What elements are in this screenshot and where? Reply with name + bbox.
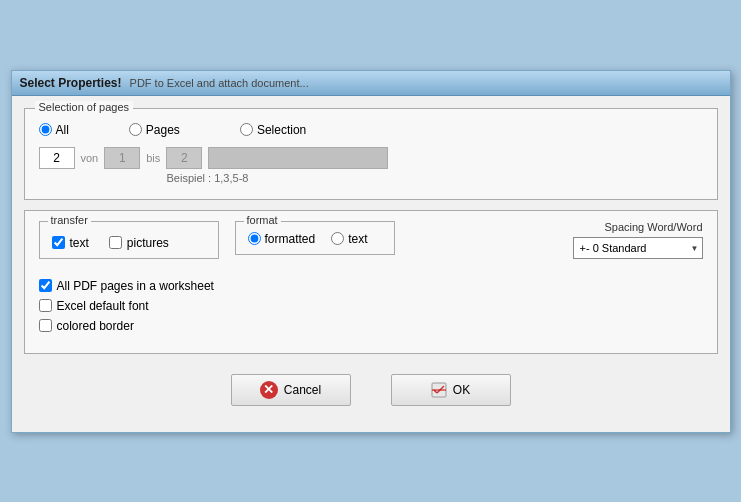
radio-pages[interactable]: Pages (129, 123, 180, 137)
format-formatted[interactable]: formatted (248, 232, 316, 246)
radio-pages-label: Pages (146, 123, 180, 137)
options-section: transfer text pictures format (24, 210, 718, 354)
radio-all-input[interactable] (39, 123, 52, 136)
transfer-pictures-item[interactable]: pictures (109, 236, 169, 250)
format-text-input[interactable] (331, 232, 344, 245)
transfer-pictures-checkbox[interactable] (109, 236, 122, 249)
format-formatted-input[interactable] (248, 232, 261, 245)
controls-left: 2 von 1 bis 2 (39, 147, 389, 169)
cancel-button[interactable]: ✕ Cancel (231, 374, 351, 406)
cancel-icon: ✕ (260, 381, 278, 399)
colored-border-checkbox[interactable] (39, 319, 52, 332)
excel-font-row: Excel default font (39, 299, 703, 313)
button-row: ✕ Cancel OK (24, 364, 718, 420)
radio-all[interactable]: All (39, 123, 69, 137)
beispiel-text: Beispiel : 1,3,5-8 (167, 172, 249, 184)
dialog-content: Selection of pages All Pages Selection 2 (12, 96, 730, 432)
von-label: von (81, 152, 99, 164)
format-text[interactable]: text (331, 232, 367, 246)
page-count-display: 2 (39, 147, 75, 169)
colored-border-row: colored border (39, 319, 703, 333)
options-bottom: All PDF pages in a worksheet Excel defau… (39, 271, 703, 339)
options-top: transfer text pictures format (39, 221, 703, 259)
pages-section-label: Selection of pages (35, 101, 134, 113)
bis-value: 2 (166, 147, 202, 169)
all-pdf-row: All PDF pages in a worksheet (39, 279, 703, 293)
ok-icon-svg (431, 382, 447, 398)
excel-font-label[interactable]: Excel default font (57, 299, 149, 313)
page-controls-row: 2 von 1 bis 2 (39, 147, 703, 169)
radio-pages-input[interactable] (129, 123, 142, 136)
range-text-input[interactable] (208, 147, 388, 169)
transfer-pictures-label: pictures (127, 236, 169, 250)
transfer-text-checkbox[interactable] (52, 236, 65, 249)
radio-selection-label: Selection (257, 123, 306, 137)
radio-selection[interactable]: Selection (240, 123, 306, 137)
transfer-group: transfer text pictures (39, 221, 219, 259)
radio-selection-input[interactable] (240, 123, 253, 136)
spacing-select-wrapper[interactable]: +- 0 Standard +- 1 +- 2 - 1 - 2 (573, 237, 703, 259)
spacing-select[interactable]: +- 0 Standard +- 1 +- 2 - 1 - 2 (573, 237, 703, 259)
ok-icon (431, 382, 447, 398)
spacing-label: Spacing Word/Word (604, 221, 702, 233)
colored-border-label[interactable]: colored border (57, 319, 134, 333)
bis-label: bis (146, 152, 160, 164)
radio-all-label: All (56, 123, 69, 137)
all-pdf-label[interactable]: All PDF pages in a worksheet (57, 279, 214, 293)
format-group: format formatted text (235, 221, 395, 255)
von-value: 1 (104, 147, 140, 169)
format-label: format (244, 214, 281, 226)
options-main: All PDF pages in a worksheet Excel defau… (39, 271, 703, 339)
transfer-text-item[interactable]: text (52, 236, 89, 250)
format-radio-row: formatted text (248, 232, 382, 246)
dialog-title: Select Properties! (20, 76, 122, 90)
dialog-window: Select Properties! PDF to Excel and atta… (11, 70, 731, 433)
dialog-subtitle: PDF to Excel and attach document... (130, 77, 309, 89)
all-pdf-checkbox[interactable] (39, 279, 52, 292)
format-formatted-label: formatted (265, 232, 316, 246)
spacing-section: Spacing Word/Word +- 0 Standard +- 1 +- … (573, 221, 703, 259)
title-bar: Select Properties! PDF to Excel and atta… (12, 71, 730, 96)
cancel-label: Cancel (284, 383, 321, 397)
ok-label: OK (453, 383, 470, 397)
ok-button[interactable]: OK (391, 374, 511, 406)
transfer-label: transfer (48, 214, 91, 226)
radio-row: All Pages Selection (39, 123, 703, 137)
excel-font-checkbox[interactable] (39, 299, 52, 312)
transfer-text-label: text (70, 236, 89, 250)
pages-section: Selection of pages All Pages Selection 2 (24, 108, 718, 200)
format-text-label: text (348, 232, 367, 246)
